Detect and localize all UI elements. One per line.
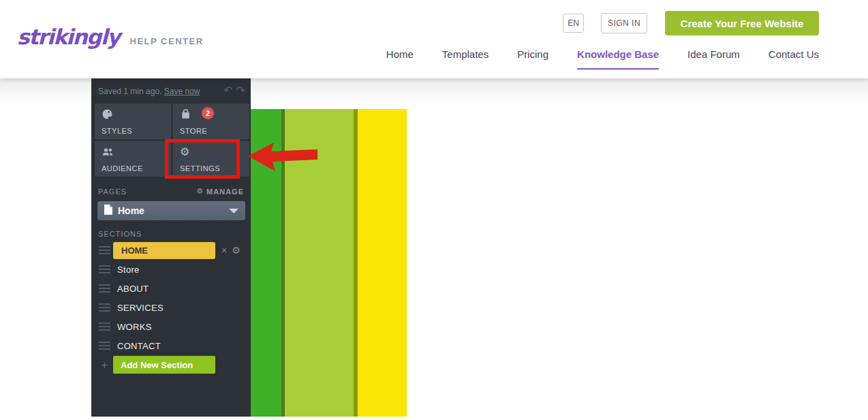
section-row[interactable]: +Add New Section bbox=[91, 355, 251, 374]
logo[interactable]: strikingly HELP CENTER bbox=[17, 25, 204, 49]
sections-list: HOME×⚙StoreABOUTSERVICESWORKSCONTACT+Add… bbox=[91, 241, 251, 374]
create-free-website-button[interactable]: Create Your Free Website bbox=[665, 11, 819, 35]
save-status: Saved 1 min ago. Save now bbox=[98, 87, 200, 96]
section-label: SERVICES bbox=[117, 303, 164, 313]
styles-label: STYLES bbox=[102, 127, 132, 135]
chevron-down-icon bbox=[229, 209, 238, 213]
main-nav: Home Templates Pricing Knowledge Base Id… bbox=[386, 48, 819, 70]
section-label: ABOUT bbox=[117, 284, 149, 294]
nav-contact-us[interactable]: Contact Us bbox=[769, 48, 819, 70]
drag-handle-icon[interactable] bbox=[99, 303, 110, 312]
section-row[interactable]: Store bbox=[91, 260, 251, 279]
drag-handle-icon[interactable] bbox=[99, 322, 110, 331]
gear-icon: ⚙ bbox=[180, 146, 243, 158]
people-icon bbox=[102, 146, 164, 158]
settings-label: SETTINGS bbox=[180, 164, 220, 172]
nav-idea-forum[interactable]: Idea Forum bbox=[687, 48, 740, 70]
section-label: Store bbox=[117, 265, 140, 275]
settings-tile[interactable]: ⚙ SETTINGS bbox=[173, 141, 249, 177]
drag-handle-icon[interactable] bbox=[99, 265, 110, 274]
editor-sidebar: Saved 1 min ago. Save now ↶ ↷ STYLES 2 S… bbox=[91, 78, 251, 417]
section-row[interactable]: SERVICES bbox=[91, 298, 251, 317]
manage-gear-icon: ⚙ bbox=[196, 187, 204, 196]
section-row[interactable]: ABOUT bbox=[91, 279, 251, 298]
drag-handle-icon[interactable] bbox=[99, 342, 110, 350]
drag-handle-icon[interactable] bbox=[99, 246, 110, 255]
drag-handle-icon[interactable] bbox=[99, 284, 110, 293]
section-label: WORKS bbox=[117, 322, 152, 332]
section-label: CONTACT bbox=[117, 341, 161, 351]
selected-page-label: Home bbox=[118, 205, 144, 216]
manage-label: MANAGE bbox=[206, 188, 244, 196]
palette-icon bbox=[102, 108, 164, 120]
sign-in-button[interactable]: SIGN IN bbox=[601, 13, 647, 33]
section-row[interactable]: CONTACT bbox=[91, 336, 251, 355]
website-preview-image bbox=[251, 109, 407, 417]
store-label: STORE bbox=[180, 127, 207, 135]
redo-icon[interactable]: ↷ bbox=[236, 84, 245, 97]
editor-menu-tiles: STYLES 2 STORE AUDIENCE ⚙ SETTINGS bbox=[95, 104, 249, 177]
manage-pages-button[interactable]: ⚙ MANAGE bbox=[196, 187, 244, 196]
saved-text: Saved 1 min ago. bbox=[98, 87, 161, 96]
nav-home[interactable]: Home bbox=[386, 48, 414, 70]
strikingly-logo[interactable]: strikingly bbox=[17, 25, 120, 49]
language-button[interactable]: EN bbox=[563, 14, 584, 33]
nav-templates[interactable]: Templates bbox=[442, 48, 489, 70]
undo-icon[interactable]: ↶ bbox=[223, 84, 232, 97]
section-row[interactable]: WORKS bbox=[91, 317, 251, 336]
add-new-section-button[interactable]: Add New Section bbox=[113, 356, 215, 374]
store-badge: 2 bbox=[202, 107, 214, 119]
delete-section-icon[interactable]: × bbox=[221, 245, 227, 256]
sections-label: SECTIONS bbox=[98, 230, 142, 238]
audience-label: AUDIENCE bbox=[102, 164, 143, 172]
page-dropdown[interactable]: Home bbox=[97, 201, 245, 220]
page-icon bbox=[104, 205, 112, 217]
active-section-pill[interactable]: HOME bbox=[113, 242, 215, 259]
styles-tile[interactable]: STYLES bbox=[95, 104, 171, 139]
save-now-link[interactable]: Save now bbox=[164, 87, 200, 96]
nav-pricing[interactable]: Pricing bbox=[517, 48, 548, 70]
audience-tile[interactable]: AUDIENCE bbox=[95, 141, 171, 177]
plus-icon: + bbox=[99, 359, 110, 371]
section-settings-icon[interactable]: ⚙ bbox=[232, 245, 241, 256]
help-center-header: strikingly HELP CENTER EN SIGN IN Create… bbox=[0, 0, 868, 78]
store-tile[interactable]: 2 STORE bbox=[173, 104, 249, 139]
section-row[interactable]: HOME×⚙ bbox=[91, 241, 251, 260]
pages-label: PAGES bbox=[98, 188, 127, 196]
help-center-label: HELP CENTER bbox=[130, 36, 204, 46]
nav-knowledge-base[interactable]: Knowledge Base bbox=[577, 48, 659, 70]
